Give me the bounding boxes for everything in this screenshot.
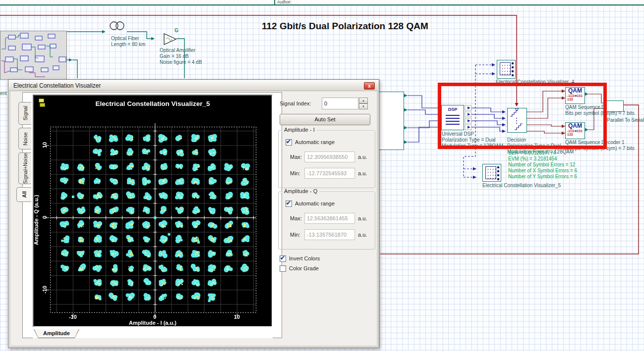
tab-amplitude[interactable]: Amplitude: [34, 329, 79, 338]
min-i-label: Min:: [290, 170, 300, 176]
max-q-label: Max:: [290, 215, 302, 221]
optical-amplifier-label: Optical Amplifier Gain = 16 dB Noise fig…: [160, 48, 202, 65]
plot-panel: Electrical Constellation Visualizer_5 Am…: [22, 92, 282, 338]
design-title: 112 Gbit/s Dual Polarization 128 QAM: [262, 21, 428, 32]
tab-signal[interactable]: Signal: [18, 102, 31, 125]
result-symbol-errors: Number of Symbol Errors = 12: [508, 162, 575, 168]
max-q-input[interactable]: [304, 213, 355, 224]
amplitude-i-group-label: Amplitude - I: [282, 127, 317, 133]
spin-down-icon[interactable]: ▼: [359, 103, 368, 109]
constellation-canvas: [34, 96, 274, 328]
y-axis-label: Amplitude - Q (a.u.): [33, 127, 41, 313]
automatic-range-i-checkbox[interactable]: ✔: [286, 139, 292, 146]
visualizer-tick-icon: [512, 62, 514, 76]
automatic-range-q-checkbox[interactable]: ✔: [286, 201, 292, 207]
parallel-to-serial-label: Parallel To Serial C: [607, 117, 644, 123]
plot-tab-row: Amplitude: [33, 329, 273, 338]
invert-colors-checkbox[interactable]: ✔: [280, 255, 286, 262]
color-grade-checkbox[interactable]: ✔: [280, 265, 286, 272]
max-i-unit: a.u.: [358, 154, 367, 160]
fiber-coil-icon: [106, 20, 128, 31]
x-tick-label: 10: [227, 314, 247, 320]
optisystem-workspace: Author:: [0, 0, 644, 351]
optical-fiber-label: Optical FiberLength = 80 km: [111, 36, 145, 48]
min-i-input[interactable]: [304, 168, 355, 179]
tab-all[interactable]: All: [16, 187, 31, 202]
signal-index-input[interactable]: [322, 98, 358, 109]
constellation-grid-icon: [485, 166, 496, 179]
dialog-title: Electrical Constellation Visualizer: [13, 82, 101, 89]
result-x-symbol-errors: Number of X Symbol Errors = 6: [508, 168, 577, 174]
subsystem-miniature-icon: [0, 31, 66, 79]
amplitude-i-group: Amplitude - I ✔ Automatic range Max: a.u…: [278, 130, 375, 188]
result-evm: EVM (%) = 3.2181454: [508, 156, 557, 162]
amplifier-triangle-icon: [164, 33, 178, 46]
annotation-rectangle: [438, 83, 607, 149]
x-tick-label: -10: [63, 314, 83, 320]
result-ser: SER = 0.0012817774: [508, 150, 556, 156]
y-tick-label: 10: [42, 137, 48, 153]
invert-colors-label: Invert Colors: [289, 255, 320, 261]
constellation-visualizer-5-block[interactable]: [482, 164, 501, 182]
constellation-grid-icon: [500, 62, 511, 75]
plot-title: Electrical Constellation Visualizer_5: [34, 100, 272, 107]
optical-fiber-component[interactable]: [106, 20, 128, 33]
dialog-titlebar[interactable]: Electrical Constellation Visualizer x: [9, 80, 378, 91]
optical-amplifier-component[interactable]: [164, 33, 178, 48]
min-q-unit: a.u.: [358, 232, 367, 238]
parallel-to-serial-block[interactable]: [605, 100, 624, 112]
amplitude-q-group: Amplitude - Q ✔ Automatic range Max: a.u…: [278, 192, 375, 250]
coherent-receiver-block[interactable]: [378, 92, 404, 150]
signal-index-spinner: ▲ ▼: [359, 98, 368, 109]
transmitter-subsystem-block[interactable]: [0, 31, 67, 80]
x-tick-label: 0: [145, 314, 165, 320]
amplitude-q-group-label: Amplitude - Q: [282, 188, 319, 194]
min-i-unit: a.u.: [358, 170, 367, 176]
x-axis-label: Amplitude - I (a.u.): [34, 320, 272, 326]
signal-index-label: Signal Index:: [280, 100, 311, 106]
min-q-label: Min:: [290, 232, 300, 238]
constellation-visualizer-4-block[interactable]: [497, 60, 516, 79]
close-button[interactable]: x: [364, 82, 375, 90]
auto-set-button[interactable]: Auto Set: [280, 114, 370, 125]
min-q-input[interactable]: [304, 229, 355, 240]
color-grade-label: Color Grade: [289, 265, 319, 271]
dialog-client-area: Signal Noise Signal+Noise All Electrical…: [10, 91, 377, 346]
tab-noise[interactable]: Noise: [18, 128, 31, 150]
automatic-range-i-label: Automatic range: [295, 139, 335, 145]
spin-up-icon[interactable]: ▲: [359, 98, 368, 103]
result-y-symbol-errors: Number of Y Symbol Errors = 6: [508, 174, 577, 180]
max-q-unit: a.u.: [358, 215, 367, 221]
visualizer-5-label: Electrical Constellation Visualizer_5: [482, 183, 561, 189]
max-i-input[interactable]: [304, 151, 355, 162]
tab-signal-noise[interactable]: Signal+Noise: [18, 152, 31, 184]
max-i-label: Max:: [290, 154, 302, 160]
y-tick-label: 0: [42, 209, 48, 225]
dialog-electrical-constellation-visualizer: Electrical Constellation Visualizer x Si…: [8, 79, 379, 348]
automatic-range-q-label: Automatic range: [295, 201, 335, 206]
amplifier-gain-symbol: G: [175, 28, 178, 34]
visualizer-tick-icon: [497, 166, 499, 180]
y-tick-label: -10: [42, 282, 48, 298]
constellation-plot: Electrical Constellation Visualizer_5 Am…: [33, 95, 273, 327]
